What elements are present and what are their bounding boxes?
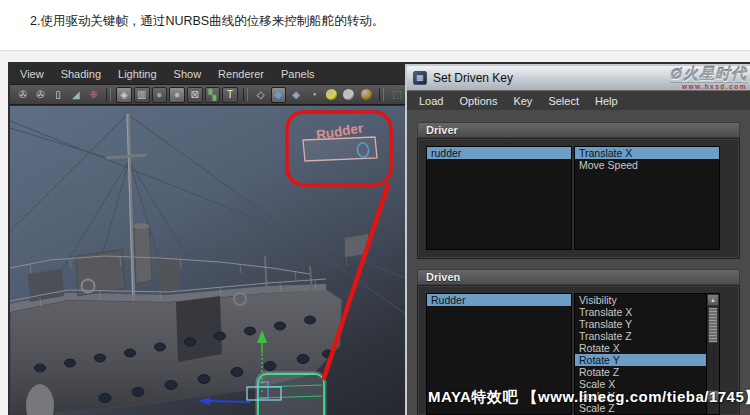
menu-item-lighting[interactable]: Lighting (118, 68, 157, 80)
hxsd-logo: Ø火星时代 www.hxsd.com (670, 66, 747, 91)
viewport-3d-canvas[interactable]: Rudder (10, 106, 405, 415)
viewport-menubar: ViewShadingLightingShowRendererPanels (10, 64, 405, 84)
key-light-icon[interactable]: ❉ (86, 87, 102, 103)
ship-scene: Rudder (10, 106, 405, 415)
set-driven-key-dialog: ▦ Set Driven Key Ø火星时代 www.hxsd.com Load… (405, 64, 750, 415)
viewport-toolbar: ✇✇▯◢❉◈▥●●⊠▚T◇◆◆◔⬚ (10, 84, 405, 105)
driver-attribute-list[interactable]: Translate XMove Speed (574, 146, 720, 250)
dialog-titlebar[interactable]: ▦ Set Driven Key Ø火星时代 www.hxsd.com (407, 66, 750, 90)
light-sphere-gold[interactable] (359, 87, 375, 103)
list-item-translate-x[interactable]: Translate X (575, 306, 706, 318)
list-item-rudder[interactable]: Rudder (427, 294, 571, 306)
maya-viewport-panel: ViewShadingLightingShowRendererPanels ✇✇… (10, 64, 405, 415)
separator (106, 88, 111, 101)
logo-brand-text: 火星时代 (683, 65, 747, 82)
list-item-translate-z[interactable]: Translate Z (575, 330, 706, 342)
separator (243, 88, 248, 101)
camera-attrs-icon[interactable]: ✇ (33, 87, 49, 103)
menu-item-help[interactable]: Help (595, 95, 618, 107)
driver-panel: rudder Translate XMove Speed (417, 138, 740, 259)
list-item-rotate-z[interactable]: Rotate Z (575, 366, 706, 378)
textured-icon[interactable]: T (222, 87, 238, 103)
list-item-move-speed[interactable]: Move Speed (575, 159, 719, 171)
grid-light-icon[interactable]: ◢ (68, 87, 84, 103)
book-icon[interactable]: ▯ (50, 87, 66, 103)
menu-item-view[interactable]: View (20, 68, 44, 80)
driven-section-label: Driven (426, 271, 460, 283)
dialog-title: Set Driven Key (433, 71, 513, 85)
menu-item-select[interactable]: Select (548, 95, 579, 107)
driver-section-header[interactable]: Driver (417, 122, 740, 138)
shaded-cube-icon[interactable]: ◆ (271, 87, 287, 103)
separator (379, 88, 384, 101)
logo-symbol: Ø (670, 65, 683, 82)
menu-item-options[interactable]: Options (459, 95, 497, 107)
camera-icon[interactable]: ✇ (15, 87, 31, 103)
flat-shade-icon[interactable]: ● (169, 87, 185, 103)
checker-sphere-icon[interactable]: ◔ (306, 87, 322, 103)
logo-url-text: www.hxsd.com (670, 82, 747, 91)
textured-cube-icon[interactable]: ◆ (288, 87, 304, 103)
bounding-box-icon[interactable]: ⊠ (187, 87, 203, 103)
driver-object-list[interactable]: rudder (426, 146, 572, 250)
points-icon[interactable]: ▥ (134, 87, 150, 103)
dialog-app-icon: ▦ (413, 71, 427, 85)
scrollbar-thumb[interactable] (708, 307, 718, 343)
menu-item-renderer[interactable]: Renderer (218, 68, 264, 80)
scroll-up-button[interactable]: ▲ (707, 294, 719, 306)
list-item-rotate-y[interactable]: Rotate Y (575, 354, 706, 366)
menu-item-panels[interactable]: Panels (281, 68, 315, 80)
list-item-rudder[interactable]: rudder (427, 147, 571, 159)
dialog-body: Driver rudder Translate XMove Speed Driv… (407, 112, 750, 415)
wireframe-icon[interactable]: ◈ (116, 87, 132, 103)
list-item-translate-y[interactable]: Translate Y (575, 318, 706, 330)
tutorial-caption: 2.使用驱动关键帧，通过NURBS曲线的位移来控制船舵的转动。 (30, 13, 384, 30)
rudder-control-curve[interactable] (247, 372, 326, 415)
use-default-material-icon[interactable]: ▚ (205, 87, 221, 103)
wire-cube-icon[interactable]: ◇ (253, 87, 269, 103)
selection-mask-icon[interactable]: ⬚ (389, 87, 405, 103)
menu-item-show[interactable]: Show (174, 68, 202, 80)
list-item-rotate-x[interactable]: Rotate X (575, 342, 706, 354)
menu-item-shading[interactable]: Shading (61, 68, 101, 80)
watermark-text: MAYA特效吧 【www.linecg.com/tieba/1745】 (428, 388, 750, 407)
list-item-visibility[interactable]: Visibility (575, 294, 706, 306)
screenshot-frame: ViewShadingLightingShowRendererPanels ✇✇… (8, 62, 750, 415)
smooth-shade-icon[interactable]: ● (152, 87, 168, 103)
driver-section-label: Driver (426, 124, 458, 136)
menu-item-load[interactable]: Load (419, 95, 443, 107)
dialog-menubar: LoadOptionsKeySelectHelp (407, 90, 750, 110)
menu-item-key[interactable]: Key (513, 95, 532, 107)
driven-section-header[interactable]: Driven (417, 269, 740, 285)
light-sphere-gray[interactable] (341, 87, 357, 103)
light-sphere-yellow[interactable] (324, 87, 340, 103)
list-item-translate-x[interactable]: Translate X (575, 147, 719, 159)
